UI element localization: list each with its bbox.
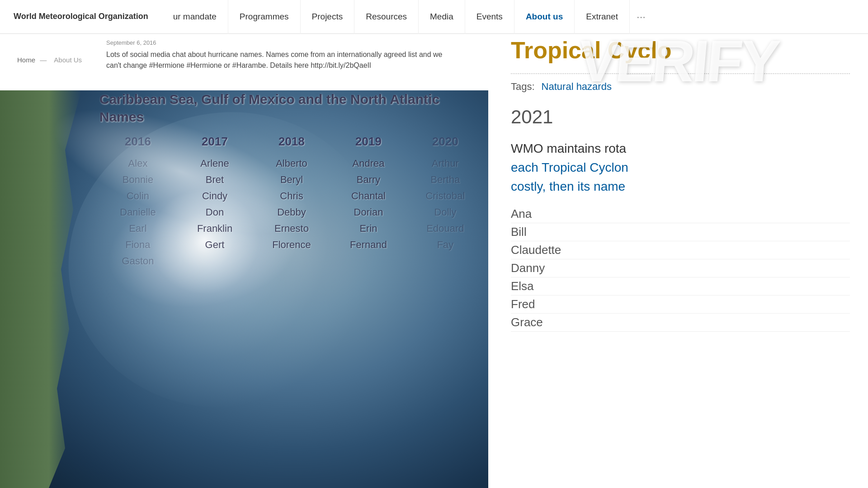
nav-item-resources[interactable]: Resources [354, 0, 419, 34]
nav-item-programmes[interactable]: Programmes [228, 0, 301, 34]
year-header-2016: 2016 [99, 135, 176, 149]
year-header-2019: 2019 [330, 135, 407, 149]
name-entry: Ernesto [253, 221, 330, 237]
brand-logo: World Meteorological Organization [14, 12, 148, 22]
name-entry: Danielle [99, 204, 176, 221]
right-name-entry: Fred [511, 296, 850, 314]
right-name-entry: Elsa [511, 277, 850, 296]
name-entry: Gert [176, 237, 253, 253]
verify-watermark: VERIFY [576, 27, 781, 95]
year-col-2017: 2017ArleneBretCindyDonFranklinGert [176, 135, 253, 269]
name-entry: Chantal [330, 188, 407, 204]
right-name-entry: Ana [511, 205, 850, 223]
name-entry: Colin [99, 188, 176, 204]
tweet-text: Lots of social media chat about hurrican… [106, 49, 454, 71]
name-entry: Chris [253, 188, 330, 204]
nav-item-mandate[interactable]: ur mandate [162, 0, 228, 34]
nav-item-about-us[interactable]: About us [514, 0, 575, 34]
nav-items: ur mandate Programmes Projects Resources… [162, 0, 854, 34]
name-entry: Edouard [407, 221, 484, 237]
name-entry: Debby [253, 204, 330, 221]
nav-item-events[interactable]: Events [465, 0, 514, 34]
navbar: World Meteorological Organization ur man… [0, 0, 868, 34]
year-header-2020: 2020 [407, 135, 484, 149]
names-table: 2016AlexBonnieColinDanielleEarlFionaGast… [99, 135, 484, 269]
breadcrumb-home[interactable]: Home [17, 56, 35, 64]
description-text: WMO maintains rota each Tropical Cyclon … [511, 139, 850, 196]
name-entry: Franklin [176, 221, 253, 237]
name-entry: Earl [99, 221, 176, 237]
names-table-overlay: Caribbean Sea, Gulf of Mexico and the No… [99, 90, 484, 269]
nav-item-extranet[interactable]: Extranet [575, 0, 630, 34]
name-entry: Dolly [407, 204, 484, 221]
name-entry: Fernand [330, 237, 407, 253]
name-entry: Fay [407, 237, 484, 253]
name-entry: Erin [330, 221, 407, 237]
right-name-entry: Bill [511, 223, 850, 241]
right-names-list: AnaBillClaudetteDannyElsaFredGrace [511, 205, 850, 332]
year-col-2020: 2020ArthurBerthaCristobalDollyEdouardFay [407, 135, 484, 269]
name-entry: Alberto [253, 155, 330, 172]
name-entry: Arthur [407, 155, 484, 172]
name-entry: Cristobal [407, 188, 484, 204]
tweet-meta: September 6, 2016 [106, 38, 454, 47]
name-entry: Gaston [99, 253, 176, 269]
name-entry: Andrea [330, 155, 407, 172]
year-col-2019: 2019AndreaBarryChantalDorianErinFernand [330, 135, 407, 269]
name-entry: Florence [253, 237, 330, 253]
breadcrumb: Home — About Us [14, 54, 88, 66]
nav-item-media[interactable]: Media [419, 0, 465, 34]
year-header-2018: 2018 [253, 135, 330, 149]
year-col-2018: 2018AlbertoBerylChrisDebbyErnestoFlorenc… [253, 135, 330, 269]
name-entry: Bonnie [99, 172, 176, 188]
name-entry: Dorian [330, 204, 407, 221]
name-entry: Bret [176, 172, 253, 188]
name-entry: Bertha [407, 172, 484, 188]
right-name-entry: Danny [511, 259, 850, 277]
org-name: World Meteorological Organization [14, 12, 148, 22]
year-header-2017: 2017 [176, 135, 253, 149]
right-name-entry: Grace [511, 314, 850, 332]
right-name-entry: Claudette [511, 241, 850, 259]
year-2021-heading: 2021 [511, 106, 850, 128]
breadcrumb-current: About Us [54, 56, 82, 64]
nav-more-icon[interactable]: ··· [630, 0, 652, 34]
name-entry: Arlene [176, 155, 253, 172]
table-title: Caribbean Sea, Gulf of Mexico and the No… [99, 90, 484, 126]
name-entry: Cindy [176, 188, 253, 204]
tags-label: Tags: [511, 81, 535, 93]
social-media-overlay: September 6, 2016 Lots of social media c… [99, 34, 461, 75]
name-entry: Beryl [253, 172, 330, 188]
breadcrumb-separator: — [40, 56, 47, 64]
year-col-2016: 2016AlexBonnieColinDanielleEarlFionaGast… [99, 135, 176, 269]
name-entry: Barry [330, 172, 407, 188]
name-entry: Fiona [99, 237, 176, 253]
nav-item-projects[interactable]: Projects [301, 0, 355, 34]
name-entry: Alex [99, 155, 176, 172]
name-entry: Don [176, 204, 253, 221]
